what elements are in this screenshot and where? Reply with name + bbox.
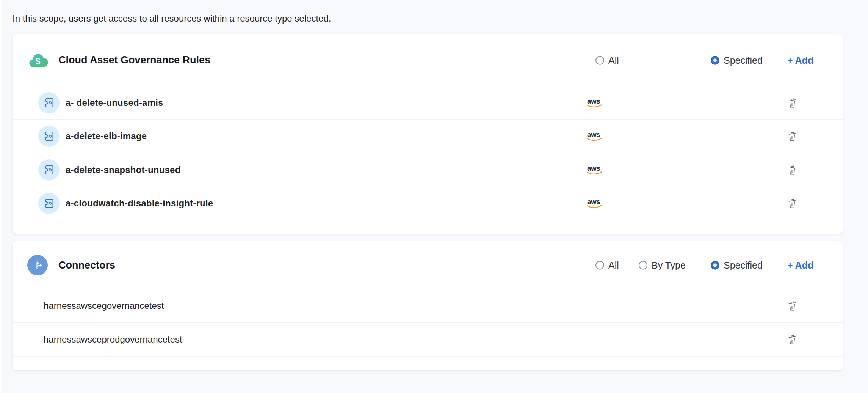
governance-rule-row: a-delete-snapshot-unused [13,153,843,187]
connector-name: harnessawscegovernancetest [44,300,164,311]
governance-card-header: $ Cloud Asset Governance Rules All Speci… [13,34,843,86]
radio-selected-icon[interactable] [711,261,719,270]
delete-rule-button[interactable] [785,129,799,144]
radio-unselected-icon[interactable] [639,261,647,270]
connectors-radio-all[interactable]: All [595,260,619,271]
governance-rule-icon [38,159,60,181]
radio-unselected-icon[interactable] [595,261,604,270]
governance-rule-icon [38,126,60,147]
radio-label: Specified [724,260,763,271]
radio-selected-icon[interactable] [711,56,719,64]
connector-name: harnessawsceprodgovernancetest [44,334,182,345]
trash-icon [786,96,798,109]
rule-name: a-delete-snapshot-unused [66,165,181,175]
aws-logo-icon [586,198,604,209]
connectors-radio-specified[interactable]: Specified [711,260,763,271]
delete-connector-button[interactable] [785,298,799,313]
governance-rule-row: a-delete-elb-image [13,120,843,154]
trash-icon [786,299,798,312]
radio-label: By Type [652,260,686,271]
rule-name: a- delete-unused-amis [66,97,163,108]
governance-radio-all[interactable]: All [595,55,619,66]
scope-description: In this scope, users get access to all r… [13,13,331,24]
aws-logo-icon [586,130,604,142]
trash-icon [786,163,798,176]
connectors-radio-by-type[interactable]: By Type [639,260,686,271]
panel-left-edge [0,0,2,393]
trash-icon [786,130,798,143]
connectors-card: Connectors All By Type Specified + Add h… [13,241,843,370]
svg-text:$: $ [35,57,40,66]
aws-logo-icon [586,164,604,176]
governance-card-title: Cloud Asset Governance Rules [58,54,210,66]
connector-row: harnessawsceprodgovernancetest [13,323,843,357]
governance-rule-row: a-cloudwatch-disable-insight-rule [13,187,843,221]
governance-rule-row: a- delete-unused-amis [13,86,843,120]
connector-row: harnessawscegovernancetest [13,289,843,323]
governance-rules-card: $ Cloud Asset Governance Rules All Speci… [13,34,843,234]
cloud-dollar-icon: $ [27,50,48,71]
governance-add-button[interactable]: + Add [787,55,813,66]
connectors-card-title: Connectors [58,259,115,271]
radio-unselected-icon[interactable] [595,56,604,64]
connectors-card-header: Connectors All By Type Specified + Add [13,241,843,289]
branch-arrows-icon [27,255,48,276]
radio-label: All [608,55,619,66]
rule-name: a-cloudwatch-disable-insight-rule [66,198,213,209]
trash-icon [786,333,798,346]
delete-rule-button[interactable] [785,196,799,211]
delete-connector-button[interactable] [785,332,799,347]
aws-logo-icon [586,97,604,108]
connectors-add-button[interactable]: + Add [787,260,813,271]
delete-rule-button[interactable] [785,162,799,178]
governance-rule-icon [38,92,60,113]
trash-icon [786,197,798,210]
governance-rule-icon [38,193,60,214]
governance-radio-specified[interactable]: Specified [711,55,763,66]
rule-name: a-delete-elb-image [66,131,147,141]
delete-rule-button[interactable] [785,95,799,110]
radio-label: Specified [724,55,763,66]
radio-label: All [608,260,619,271]
